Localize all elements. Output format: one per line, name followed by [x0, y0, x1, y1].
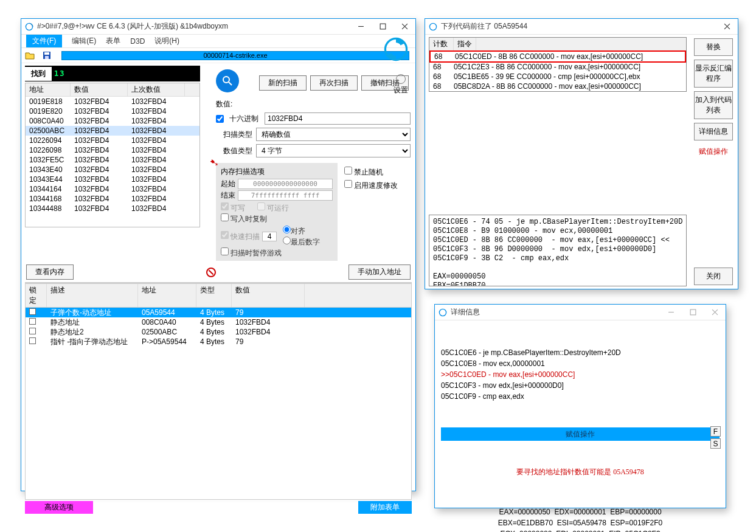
save-icon[interactable] — [38, 49, 55, 62]
main-titlebar[interactable]: #>0##7,9@+!>wv CE 6.4.3 (风叶人-加强版) &1b4wd… — [21, 19, 415, 35]
maximize-button[interactable] — [372, 19, 394, 34]
assign-banner: 赋值操作 — [441, 427, 720, 441]
scantype-select[interactable]: 精确数值 — [256, 128, 411, 141]
pointer-hint: 要寻找的地址指针数值可能是 05A59478 — [441, 466, 720, 477]
end-input[interactable] — [238, 190, 333, 201]
address-row[interactable]: 静态地址202500ABC4 Bytes1032FBD4 — [26, 327, 411, 337]
menu-d3d[interactable]: D3D — [130, 37, 145, 46]
scan-process-icon[interactable] — [216, 69, 239, 92]
lock-checkbox[interactable] — [29, 318, 36, 325]
address-row[interactable]: 静态地址008C0A404 Bytes1032FBD4 — [26, 317, 411, 327]
result-row[interactable]: 02500ABC1032FBD41032FBD4 — [26, 126, 199, 136]
lock-checkbox[interactable] — [29, 328, 36, 334]
col-val[interactable]: 数值 — [71, 83, 128, 96]
result-row[interactable]: 103444881032FBD41032FBD4 — [26, 204, 199, 213]
col-instruction[interactable]: 指令 — [454, 38, 476, 50]
result-row[interactable]: 103441641032FBD41032FBD4 — [26, 184, 199, 194]
disasm-view[interactable]: 05C1C0E6 - 74 05 - je mp.CBasePlayerItem… — [429, 215, 687, 286]
detail-window[interactable]: 详细信息 05C1C0E6 - je mp.CBasePlayerItem::D… — [434, 304, 726, 508]
col-addr[interactable]: 地址 — [26, 83, 71, 96]
col-lock[interactable]: 锁定 — [26, 284, 47, 307]
results-table[interactable]: 地址 数值 上次数值 0019E8181032FBD41032FBD40019E… — [25, 83, 200, 227]
value-input[interactable] — [265, 112, 411, 125]
address-table[interactable]: 锁定 描述 地址 类型 数值 子弹个数-动态地址05A595444 Bytes7… — [25, 283, 412, 500]
instruction-row[interactable]: 6805C1C0ED - 8B 86 CC000000 - mov eax,[e… — [429, 50, 686, 63]
pause-checkbox[interactable] — [221, 247, 229, 255]
lastdigit-radio[interactable] — [283, 237, 291, 244]
result-row[interactable]: 0019E8181032FBD41032FBD4 — [26, 97, 199, 106]
attach-table-button[interactable]: 附加表单 — [358, 501, 412, 514]
lock-checkbox[interactable] — [29, 337, 36, 344]
menu-table[interactable]: 表单 — [106, 36, 120, 46]
norand-checkbox[interactable] — [344, 167, 352, 174]
close-button[interactable] — [716, 19, 738, 34]
close-button[interactable] — [394, 19, 415, 34]
col-count[interactable]: 计数 — [429, 38, 454, 50]
open-icon[interactable] — [21, 49, 38, 62]
menubar[interactable]: 文件(F) 编辑(E) 表单 D3D 说明(H) — [21, 35, 415, 48]
instruction-row[interactable]: 6805C1BE65 - 39 9E CC000000 - cmp [esi+0… — [429, 72, 686, 81]
add-to-codelist-button[interactable]: 加入到代码列表 — [694, 91, 733, 119]
next-scan-button[interactable]: 再次扫描 — [310, 75, 358, 91]
result-row[interactable]: 102260981032FBD41032FBD4 — [26, 145, 199, 155]
replace-button[interactable]: 替换 — [694, 38, 733, 56]
found-label: 找到 — [25, 67, 52, 81]
menu-help[interactable]: 说明(H) — [154, 36, 179, 46]
lock-checkbox[interactable] — [29, 308, 36, 315]
cow-checkbox[interactable] — [221, 213, 229, 221]
speed-checkbox[interactable] — [344, 180, 352, 188]
svg-point-11 — [429, 23, 436, 30]
result-row[interactable]: 10343E401032FBD41032FBD4 — [26, 165, 199, 174]
new-scan-button[interactable]: 新的扫描 — [259, 75, 307, 91]
minimize-button[interactable] — [350, 19, 372, 34]
address-row[interactable]: 子弹个数-动态地址05A595444 Bytes79 — [26, 308, 411, 317]
maximize-button[interactable] — [682, 305, 704, 320]
main-window[interactable]: #>0##7,9@+!>wv CE 6.4.3 (风叶人-加强版) &1b4wd… — [21, 18, 416, 491]
detail-title: 详细信息 — [451, 307, 660, 317]
add-address-button[interactable]: 手动加入地址 — [349, 264, 411, 280]
result-row[interactable]: 10343E441032FBD41032FBD4 — [26, 174, 199, 184]
col-val2[interactable]: 数值 — [232, 284, 305, 307]
start-input[interactable] — [238, 179, 333, 189]
result-row[interactable]: 008C0A401032FBD41032FBD4 — [26, 116, 199, 126]
col-prev[interactable]: 上次数值 — [128, 83, 185, 96]
hex-label: 十六进制 — [229, 114, 258, 124]
close-finder-button[interactable]: 关闭 — [694, 268, 733, 285]
exec-checkbox[interactable] — [257, 202, 265, 210]
result-row[interactable]: 1032FE5C1032FBD41032FBD4 — [26, 155, 199, 165]
align-radio[interactable] — [283, 226, 291, 233]
result-row[interactable]: 102260941032FBD41032FBD4 — [26, 136, 199, 145]
show-disasm-button[interactable]: 显示反汇编程序 — [694, 60, 733, 88]
col-type[interactable]: 类型 — [196, 284, 232, 307]
valtype-select[interactable]: 4 字节 — [256, 144, 411, 157]
instruction-row[interactable]: 6805C1C2E3 - 8B 86 CC000000 - mov eax,[e… — [429, 62, 686, 72]
detail-button[interactable]: 详细信息 — [694, 123, 733, 140]
finder-titlebar[interactable]: 下列代码前往了 05A59544 — [425, 19, 738, 35]
result-row[interactable]: 0019E8201032FBD41032FBD4 — [26, 106, 199, 116]
minimize-button[interactable] — [660, 305, 682, 320]
menu-file[interactable]: 文件(F) — [26, 35, 62, 47]
instruction-row[interactable]: 6805BC8D2A - 8B 86 CC000000 - mov eax,[e… — [429, 81, 686, 91]
stop-icon[interactable] — [206, 268, 216, 277]
finder-window[interactable]: 下列代码前往了 05A59544 计数 指令 6805C1C0ED - 8B 8… — [425, 18, 738, 289]
process-bar[interactable]: 00000714-cstrike.exe — [61, 51, 409, 60]
register-block: EAX=00000050 EDX=00000001 EBP=00000000 E… — [441, 506, 720, 532]
instruction-list[interactable]: 6805C1C0ED - 8B 86 CC000000 - mov eax,[e… — [429, 50, 686, 91]
fast-checkbox[interactable] — [221, 231, 229, 239]
view-memory-button[interactable]: 查看内存 — [26, 264, 74, 280]
ce-logo-icon — [439, 308, 447, 317]
s-button[interactable]: S — [710, 438, 721, 449]
result-row[interactable]: 103441681032FBD41032FBD4 — [26, 194, 199, 204]
menu-edit[interactable]: 编辑(E) — [72, 36, 96, 46]
fast-input[interactable] — [262, 232, 277, 241]
close-button[interactable] — [704, 305, 726, 320]
detail-titlebar[interactable]: 详细信息 — [435, 305, 726, 320]
settings-button[interactable]: 设置 — [394, 74, 408, 95]
f-button[interactable]: F — [710, 426, 721, 437]
address-row[interactable]: 指针 -指向子弹动态地址P->05A595444 Bytes79 — [26, 337, 411, 347]
hex-checkbox[interactable] — [216, 115, 224, 123]
col-desc[interactable]: 描述 — [47, 284, 138, 307]
writable-checkbox[interactable] — [221, 202, 229, 210]
advanced-options-button[interactable]: 高级选项 — [25, 501, 93, 514]
col-addr2[interactable]: 地址 — [138, 284, 196, 307]
